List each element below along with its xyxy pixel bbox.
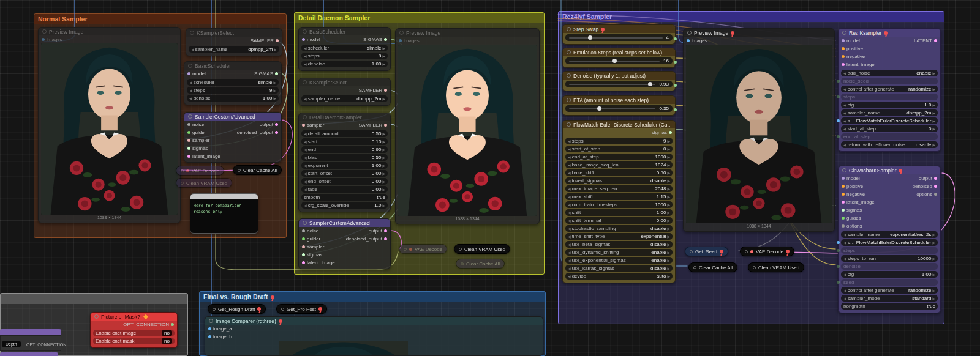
widget-value[interactable]: no bbox=[162, 330, 172, 336]
slider-track[interactable] bbox=[569, 108, 655, 109]
widget-end[interactable]: ◀end0.90▶ bbox=[301, 146, 388, 153]
node-header[interactable]: KSamplerSelect bbox=[299, 78, 390, 86]
increment-arrow-icon[interactable]: ▶ bbox=[667, 274, 670, 278]
widget-value[interactable]: true bbox=[927, 303, 935, 309]
widget-value[interactable]: 9 bbox=[379, 53, 381, 59]
collapse-icon[interactable] bbox=[181, 182, 184, 185]
widget-value[interactable]: simple bbox=[367, 45, 381, 51]
increment-arrow-icon[interactable]: ▶ bbox=[382, 54, 385, 58]
input-slot-image_a[interactable] bbox=[208, 327, 211, 330]
decrement-arrow-icon[interactable]: ◀ bbox=[568, 210, 571, 215]
node-image-comparer[interactable]: Image Comparer (rgthree) image_aimage_b bbox=[205, 316, 543, 356]
input-slot-model[interactable] bbox=[187, 72, 190, 75]
increment-arrow-icon[interactable]: ▶ bbox=[382, 139, 385, 144]
emulation-steps-slider[interactable]: 16 bbox=[565, 57, 673, 64]
widget-sampler_mode[interactable]: ◀sampler_modestandard▶ bbox=[841, 295, 938, 302]
widget-end_at_step[interactable]: end_at_step bbox=[841, 133, 938, 140]
decrement-arrow-icon[interactable]: ◀ bbox=[843, 103, 846, 107]
widget-stochastic_sampling[interactable]: ◀stochastic_samplingdisable▶ bbox=[565, 225, 673, 232]
widget-end_offset[interactable]: ◀end_offset0.00▶ bbox=[301, 178, 388, 185]
widget-value[interactable]: FlowMatchEulerDiscreteScheduler bbox=[856, 118, 932, 124]
widget-value[interactable]: 1.0 bbox=[374, 202, 381, 208]
note-text[interactable]: Here for comaparison reasons only bbox=[190, 199, 258, 219]
widget-value[interactable]: 2048 bbox=[655, 186, 666, 191]
widget-input-dot[interactable] bbox=[837, 265, 840, 268]
widget-input-dot[interactable] bbox=[837, 80, 840, 83]
node-header[interactable]: Step Swap bbox=[563, 25, 675, 33]
widget-value[interactable]: disable bbox=[650, 226, 666, 231]
decrement-arrow-icon[interactable]: ◀ bbox=[843, 256, 846, 261]
increment-arrow-icon[interactable]: ▶ bbox=[274, 47, 277, 51]
node-basicscheduler-daemon[interactable]: BasicScheduler modelSIGMAS ◀schedulersim… bbox=[298, 27, 391, 71]
widget-value[interactable]: enable bbox=[651, 258, 666, 263]
widget-steps[interactable]: ◀steps9▶ bbox=[187, 87, 279, 94]
decrement-arrow-icon[interactable]: ◀ bbox=[568, 179, 571, 183]
group-title-rez[interactable]: Rez4lyf Sampler bbox=[559, 12, 944, 22]
increment-arrow-icon[interactable]: ▶ bbox=[667, 195, 670, 199]
increment-arrow-icon[interactable]: ▶ bbox=[667, 147, 670, 151]
output-slot-denoised_output[interactable] bbox=[275, 131, 278, 134]
widget-value[interactable]: enable bbox=[651, 250, 666, 255]
widget-value[interactable]: 9 bbox=[663, 138, 666, 144]
increment-arrow-icon[interactable]: ▶ bbox=[932, 272, 935, 276]
widget-value[interactable]: 1.0 bbox=[924, 102, 931, 108]
input-slot-images[interactable] bbox=[42, 38, 45, 41]
input-slot-images[interactable] bbox=[687, 39, 690, 42]
node-vae-decode-rez[interactable]: VAE Decode bbox=[740, 247, 794, 256]
input-slot-model[interactable] bbox=[302, 38, 305, 41]
increment-arrow-icon[interactable]: ▶ bbox=[382, 46, 385, 50]
increment-arrow-icon[interactable]: ▶ bbox=[382, 155, 385, 160]
increment-arrow-icon[interactable]: ▶ bbox=[382, 187, 385, 191]
widget-value[interactable]: enable bbox=[916, 70, 931, 76]
widget-denoise[interactable]: ◀denoise1.00▶ bbox=[187, 95, 279, 102]
decrement-arrow-icon[interactable]: ◀ bbox=[568, 155, 571, 159]
widget-cfg[interactable]: ◀cfg1.0▶ bbox=[841, 102, 938, 108]
widget-sampler_name[interactable]: ◀sampler_nameexponential/res_2s▶ bbox=[841, 231, 938, 238]
input-slot-images[interactable] bbox=[399, 39, 402, 42]
increment-arrow-icon[interactable]: ▶ bbox=[932, 71, 935, 75]
decrement-arrow-icon[interactable]: ◀ bbox=[304, 62, 307, 66]
widget-value[interactable]: 0.00 bbox=[372, 179, 382, 184]
decrement-arrow-icon[interactable]: ◀ bbox=[304, 163, 307, 168]
decrement-arrow-icon[interactable]: ◀ bbox=[568, 274, 571, 278]
decrement-arrow-icon[interactable]: ◀ bbox=[568, 187, 571, 191]
widget-value[interactable]: 1.15 bbox=[657, 194, 666, 199]
increment-arrow-icon[interactable]: ▶ bbox=[382, 147, 385, 152]
input-slot-noise[interactable] bbox=[302, 229, 305, 232]
output-slot-sigmas[interactable] bbox=[669, 131, 672, 134]
node-header[interactable]: Rez Ksampler bbox=[839, 29, 940, 37]
increment-arrow-icon[interactable]: ▶ bbox=[932, 143, 935, 147]
widget-return_with_leftover_noise[interactable]: ◀return_with_leftover_noisedisable▶ bbox=[841, 141, 938, 148]
widget-value[interactable]: 0.90 bbox=[372, 147, 382, 152]
node-clean-vram-daemon[interactable]: Clean VRAM Used bbox=[454, 244, 510, 254]
widget-steps[interactable]: steps bbox=[841, 247, 938, 254]
node-header[interactable]: Picture or Mask? bbox=[91, 313, 177, 321]
collapse-icon[interactable] bbox=[693, 266, 696, 269]
input-slot-positive[interactable] bbox=[842, 185, 845, 188]
input-slot-latent_image[interactable] bbox=[842, 201, 845, 204]
widget-value[interactable]: FlowMatchEulerDiscreteScheduler bbox=[856, 240, 932, 245]
note-header[interactable] bbox=[190, 194, 258, 199]
increment-arrow-icon[interactable]: ▶ bbox=[667, 250, 670, 254]
widget-seed[interactable]: seed bbox=[841, 279, 938, 286]
increment-arrow-icon[interactable]: ▶ bbox=[932, 256, 935, 261]
increment-arrow-icon[interactable]: ▶ bbox=[667, 163, 670, 167]
widget-value[interactable]: auto bbox=[657, 273, 666, 279]
widget-value[interactable]: 9 bbox=[270, 87, 272, 93]
widget-base_image_seq_len[interactable]: ◀base_image_seq_len1024▶ bbox=[565, 161, 673, 168]
widget-bongmath[interactable]: bongmathtrue bbox=[841, 303, 938, 310]
decrement-arrow-icon[interactable]: ◀ bbox=[304, 171, 307, 176]
widget-value[interactable]: simple bbox=[258, 80, 272, 85]
partial-controlnet-node[interactable]: Depth OPT_CONNECTION bbox=[0, 335, 61, 351]
decrement-arrow-icon[interactable]: ◀ bbox=[304, 139, 307, 144]
node-header[interactable]: ETA (amount of noise each step) bbox=[563, 96, 675, 104]
output-slot-dot[interactable] bbox=[674, 61, 677, 64]
node-clear-cache-rez[interactable]: Clear Cache All bbox=[688, 262, 737, 272]
node-flowmatch-scheduler[interactable]: FlowMatch Euler Discrete Scheduler (Cu..… bbox=[562, 120, 676, 283]
increment-arrow-icon[interactable]: ▶ bbox=[382, 97, 385, 101]
widget-base_shift[interactable]: ◀base_shift0.50▶ bbox=[565, 169, 673, 176]
decrement-arrow-icon[interactable]: ◀ bbox=[843, 119, 846, 123]
denoise-slider[interactable]: 0.93 bbox=[565, 81, 673, 87]
comparer-image[interactable] bbox=[279, 341, 408, 356]
widget-use_karras_sigmas[interactable]: ◀use_karras_sigmasdisable▶ bbox=[565, 265, 673, 272]
